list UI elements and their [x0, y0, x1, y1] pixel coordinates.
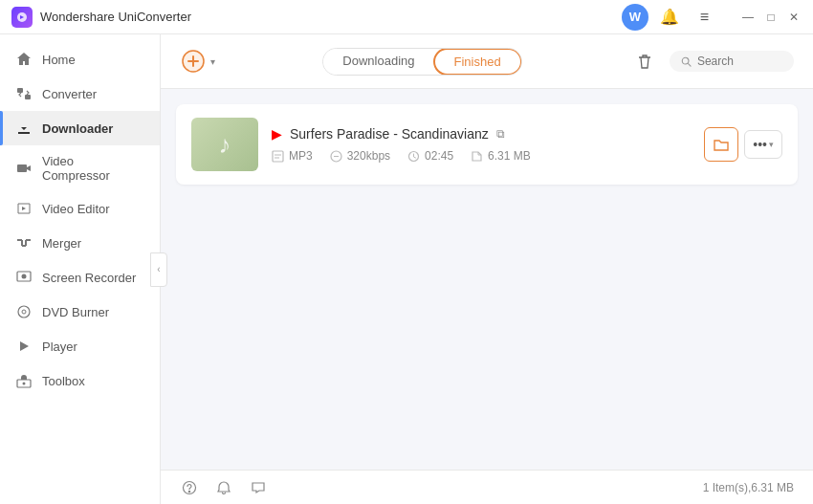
video-editor-icon — [15, 200, 33, 217]
sidebar-item-label: Player — [42, 340, 77, 354]
recycle-bin-button[interactable] — [629, 46, 660, 77]
search-icon — [681, 55, 692, 68]
sidebar-item-player[interactable]: Player — [0, 329, 160, 363]
svg-rect-1 — [17, 88, 23, 93]
file-duration: 02:45 — [407, 149, 453, 163]
minimize-button[interactable]: — — [740, 10, 756, 25]
svg-rect-13 — [273, 151, 283, 162]
menu-icon[interactable]: ≡ — [691, 4, 717, 31]
screen-recorder-icon — [15, 269, 33, 286]
svg-rect-3 — [17, 164, 27, 172]
sidebar-item-label: Video Compressor — [42, 154, 144, 183]
titlebar-controls: W 🔔 ≡ — □ ✕ — [622, 4, 802, 31]
file-meta: MP3 320kbps — [272, 149, 691, 163]
header-left: ▾ — [180, 48, 215, 75]
sidebar-item-label: DVD Burner — [42, 305, 109, 319]
youtube-icon: ▶ — [272, 126, 282, 142]
notification-bell-icon[interactable] — [214, 478, 233, 497]
content-area: ▾ Downloading Finished — [161, 34, 813, 504]
statusbar-left — [180, 478, 268, 497]
toolbox-icon — [15, 372, 33, 389]
music-note-icon: ♪ — [219, 130, 231, 160]
svg-rect-2 — [25, 95, 31, 99]
maximize-button[interactable]: □ — [763, 10, 779, 25]
sidebar-item-toolbox[interactable]: Toolbox — [0, 363, 160, 398]
search-input[interactable] — [697, 55, 782, 68]
open-folder-button[interactable] — [704, 127, 738, 162]
status-text: 1 Item(s),6.31 MB — [703, 481, 794, 494]
main-layout: Home Converter Downloader — [0, 34, 813, 504]
sidebar-item-label: Toolbox — [42, 374, 85, 388]
titlebar: Wondershare UniConverter W 🔔 ≡ — □ ✕ — [0, 0, 813, 34]
sidebar-item-video-editor[interactable]: Video Editor — [0, 191, 160, 226]
tab-group: Downloading Finished — [322, 48, 521, 76]
video-compressor-icon — [15, 160, 33, 177]
app-title: Wondershare UniConverter — [40, 10, 191, 24]
help-icon[interactable] — [180, 478, 199, 497]
filesize-icon — [471, 150, 483, 163]
add-download-button[interactable]: ▾ — [180, 48, 215, 75]
sidebar-item-label: Screen Recorder — [42, 271, 136, 285]
tab-downloading[interactable]: Downloading — [323, 49, 433, 75]
home-icon — [15, 51, 33, 68]
content-header: ▾ Downloading Finished — [161, 34, 813, 89]
merger-icon — [15, 234, 33, 252]
file-thumbnail: ♪ — [191, 118, 258, 171]
file-info: ▶ Surfers Paradise - Scandinavianz ⧉ MP3 — [272, 126, 691, 163]
format-icon — [272, 150, 284, 163]
sidebar-item-merger[interactable]: Merger — [0, 226, 160, 260]
svg-point-12 — [682, 57, 689, 64]
svg-point-9 — [23, 383, 26, 385]
close-button[interactable]: ✕ — [786, 10, 802, 25]
open-external-icon[interactable]: ⧉ — [496, 127, 505, 141]
sidebar-item-screen-recorder[interactable]: Screen Recorder — [0, 260, 160, 295]
notification-icon[interactable]: 🔔 — [656, 4, 683, 31]
file-bitrate: 320kbps — [330, 149, 390, 163]
statusbar: 1 Item(s),6.31 MB — [161, 470, 813, 504]
sidebar-item-home[interactable]: Home — [0, 42, 160, 77]
sidebar-item-label: Downloader — [42, 121, 113, 136]
more-dots: ••• — [753, 137, 767, 152]
more-actions-button[interactable]: ••• ▾ — [744, 130, 782, 159]
table-row: ♪ ▶ Surfers Paradise - Scandinavianz ⧉ — [176, 104, 798, 185]
app-logo — [11, 7, 33, 28]
svg-point-17 — [188, 491, 189, 492]
file-name: Surfers Paradise - Scandinavianz — [290, 126, 489, 142]
svg-point-6 — [18, 306, 30, 318]
sidebar-item-video-compressor[interactable]: Video Compressor — [0, 145, 160, 191]
sidebar: Home Converter Downloader — [0, 34, 161, 504]
bitrate-icon — [330, 150, 342, 163]
avatar[interactable]: W — [622, 4, 648, 31]
dvd-burner-icon — [15, 303, 33, 320]
file-title-row: ▶ Surfers Paradise - Scandinavianz ⧉ — [272, 126, 691, 142]
sidebar-collapse-button[interactable]: ‹ — [150, 252, 167, 287]
file-format: MP3 — [272, 149, 313, 163]
sidebar-item-dvd-burner[interactable]: DVD Burner — [0, 295, 160, 329]
header-right — [629, 46, 794, 77]
sidebar-item-downloader[interactable]: Downloader — [0, 111, 160, 145]
file-list: ♪ ▶ Surfers Paradise - Scandinavianz ⧉ — [161, 89, 813, 470]
svg-point-7 — [22, 310, 26, 314]
tab-finished[interactable]: Finished — [433, 48, 522, 76]
sidebar-item-label: Merger — [42, 236, 81, 251]
clock-icon — [407, 150, 420, 163]
sidebar-item-label: Home — [42, 53, 76, 67]
add-btn-arrow: ▾ — [210, 56, 215, 67]
file-size: 6.31 MB — [471, 149, 531, 163]
sidebar-item-converter[interactable]: Converter — [0, 77, 160, 111]
feedback-icon[interactable] — [249, 478, 268, 497]
sidebar-item-label: Video Editor — [42, 202, 110, 216]
sidebar-item-label: Converter — [42, 87, 97, 101]
titlebar-left: Wondershare UniConverter — [11, 7, 191, 28]
svg-point-5 — [22, 274, 27, 279]
converter-icon — [15, 85, 33, 102]
file-actions: ••• ▾ — [704, 127, 782, 162]
downloader-icon — [15, 120, 33, 137]
search-box — [670, 51, 794, 72]
player-icon — [15, 338, 33, 355]
more-arrow-icon: ▾ — [769, 140, 774, 149]
